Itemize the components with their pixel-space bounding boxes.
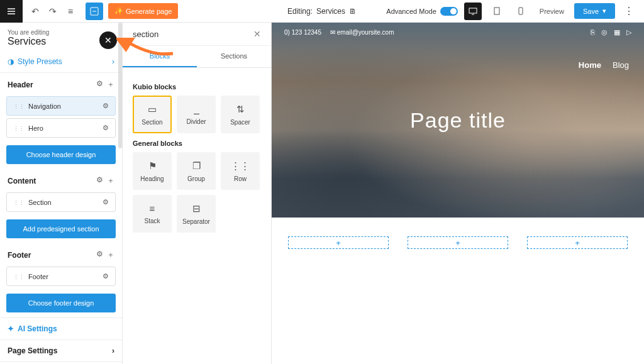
block-card-group[interactable]: ❐ Group [177,152,216,190]
add-block-zone[interactable]: + [527,236,628,249]
gear-icon[interactable]: ⚙ [96,79,103,90]
drag-handle-icon: ⋮⋮ [13,104,25,110]
svg-rect-1 [469,8,477,13]
tab-sections[interactable]: Sections [197,46,271,67]
choose-footer-button[interactable]: Choose footer design [6,294,116,312]
svg-rect-2 [494,8,499,14]
block-card-heading[interactable]: ⚑ Heading [133,152,172,190]
toggle-switch[interactable] [440,7,458,16]
stack-icon: ≡ [150,203,155,214]
page-title-label: Services [8,36,114,47]
gear-icon[interactable]: ⚙ [103,124,109,132]
nav-home[interactable]: Home [579,60,601,70]
ai-settings-accordion[interactable]: ✦AI Settings [0,317,122,340]
drag-handle-icon: ⋮⋮ [13,200,25,206]
social-icon[interactable]: ◎ [601,28,608,36]
page-icon: 🗎 [349,7,357,16]
block-card-stack[interactable]: ≡ Stack [133,195,172,233]
divider-icon: ⎯ [194,104,199,114]
outline-button[interactable]: ≡ [64,5,77,18]
general-blocks-label: General blocks [133,140,261,147]
drag-handle-icon: ⋮⋮ [13,274,25,280]
header-section-label: Header [8,80,33,89]
device-mobile-button[interactable] [512,3,530,20]
hero-page-title: Page title [410,108,506,133]
block-card-section[interactable]: ▭ Section [133,96,172,133]
close-sidebar-button[interactable]: ✕ [99,31,117,49]
editing-indicator: Editing: Services 🗎 [287,7,357,16]
tab-blocks[interactable]: Blocks [123,46,197,67]
sidebar-item-footer[interactable]: ⋮⋮Footer ⚙ [6,267,116,286]
preview-button[interactable]: Preview [536,8,568,15]
more-options-button[interactable]: ⋮ [621,5,636,17]
group-icon: ❐ [192,160,201,172]
save-button[interactable]: Save ▾ [574,3,615,19]
block-card-divider[interactable]: ⎯ Divider [177,96,216,133]
section-icon: ▭ [148,104,157,115]
nav-blog[interactable]: Blog [613,60,629,70]
main-menu-button[interactable] [0,0,23,23]
inserter-button[interactable] [86,3,103,20]
phone-text: 0) 123 12345 [284,29,321,36]
gear-icon[interactable]: ⚙ [103,102,109,110]
svg-rect-3 [519,8,523,14]
plus-icon[interactable]: ＋ [107,175,114,186]
kubio-blocks-label: Kubio blocks [133,83,261,91]
device-desktop-button[interactable] [464,3,482,20]
redo-button[interactable]: ↷ [47,5,59,18]
block-card-spacer[interactable]: ⇅ Spacer [221,96,260,133]
drag-handle-icon: ⋮⋮ [13,126,25,132]
sidebar-item-hero[interactable]: ⋮⋮Hero ⚙ [6,118,116,138]
gear-icon[interactable]: ⚙ [96,250,103,260]
device-tablet-button[interactable] [488,3,506,20]
separator-icon: ⊟ [192,203,201,214]
block-card-row[interactable]: ⋮⋮ Row [221,152,260,190]
social-icon[interactable]: ▷ [626,28,631,36]
chevron-right-icon: › [112,346,114,355]
chevron-down-icon: ▾ [602,7,606,15]
advanced-mode-toggle[interactable]: Advanced Mode [386,7,458,16]
heading-icon: ⚑ [148,160,157,172]
chevron-right-icon: › [112,57,114,66]
add-block-zone[interactable]: + [288,236,389,249]
sparkle-icon: ✦ [8,324,14,333]
choose-header-button[interactable]: Choose header design [6,145,116,164]
page-settings-accordion[interactable]: Page Settings › [0,340,122,362]
presets-icon: ◑ [8,57,14,66]
plus-icon[interactable]: ＋ [107,79,114,90]
content-section-label: Content [8,177,36,185]
style-presets-accordion[interactable]: ◑Style Presets › [0,51,122,73]
sparkle-icon: ✨ [114,7,123,15]
add-block-zone[interactable]: + [408,236,508,249]
editing-subtitle: You are editing [8,29,114,36]
sidebar-item-navigation[interactable]: ⋮⋮Navigation ⚙ [6,96,116,116]
scrollbar[interactable] [118,23,122,148]
social-icon[interactable]: ⎘ [591,28,595,36]
social-icon[interactable]: ▦ [614,28,620,36]
plus-icon[interactable]: ＋ [107,250,114,260]
sidebar-item-section[interactable]: ⋮⋮Section ⚙ [6,192,116,212]
add-predesigned-section-button[interactable]: Add predesigned section [6,219,116,238]
gear-icon[interactable]: ⚙ [103,198,109,206]
footer-section-label: Footer [8,251,31,260]
row-icon: ⋮⋮ [231,160,250,172]
undo-button[interactable]: ↶ [29,5,42,18]
spacer-icon: ⇅ [236,104,245,115]
gear-icon[interactable]: ⚙ [96,175,103,186]
gear-icon[interactable]: ⚙ [103,272,109,280]
block-card-separator[interactable]: ⊟ Separator [177,195,216,233]
block-search-input[interactable] [133,30,233,39]
generate-page-button[interactable]: ✨ Generate page [108,3,178,19]
close-panel-button[interactable]: ✕ [253,29,261,39]
email-text: ✉ email@yoursite.com [330,29,394,36]
